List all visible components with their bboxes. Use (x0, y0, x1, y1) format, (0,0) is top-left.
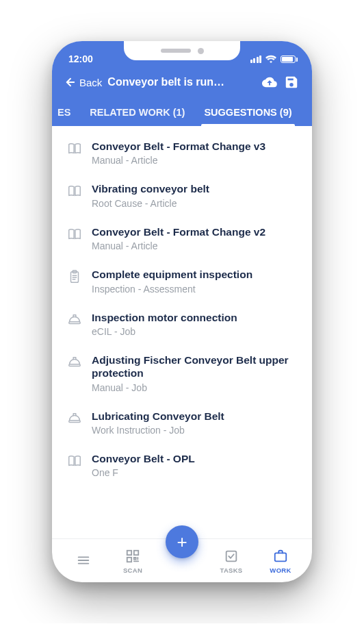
book-icon (67, 227, 82, 242)
nav-tasks-button[interactable]: TASKS (212, 549, 250, 574)
nav-tasks-label: TASKS (220, 566, 243, 574)
svg-rect-11 (127, 551, 131, 555)
battery-icon (281, 55, 296, 63)
list-item[interactable]: Conveyor Belt - OPLOne F (52, 444, 312, 486)
svg-rect-6 (69, 364, 81, 366)
book-icon (67, 141, 82, 156)
device-notch (124, 41, 240, 60)
save-icon (284, 75, 299, 90)
list-item[interactable]: Vibrating conveyor beltRoot Cause - Arti… (52, 174, 312, 216)
arrow-left-icon (64, 76, 77, 88)
svg-rect-15 (275, 553, 287, 561)
list-item-title: Lubricating Conveyor Belt (92, 410, 297, 423)
app-header: 12:00 Back Conveyor belt is run… (52, 41, 312, 126)
back-button[interactable]: Back (64, 76, 102, 88)
cloud-upload-icon (262, 75, 277, 90)
list-item-body: Conveyor Belt - Format Change v3Manual -… (92, 140, 297, 166)
toolbar: Back Conveyor belt is run… (52, 67, 312, 99)
list-item-title: Conveyor Belt - OPL (92, 452, 297, 465)
list-item-title: Adjusting Fischer Conveyor Belt upper pr… (92, 353, 297, 380)
list-item-body: Conveyor Belt - Format Change v2Manual -… (92, 225, 297, 251)
list-item-subtitle: One F (92, 467, 297, 478)
tasks-icon (224, 549, 239, 564)
list-item-subtitle: Manual - Article (92, 155, 297, 166)
back-label: Back (79, 77, 102, 88)
list-item-body: Adjusting Fischer Conveyor Belt upper pr… (92, 353, 297, 393)
list-item-title: Complete equipment inspection (92, 268, 297, 281)
list-item[interactable]: Complete equipment inspectionInspection … (52, 260, 312, 302)
helmet-icon (67, 312, 82, 327)
list-item-body: Lubricating Conveyor BeltWork Instructio… (92, 410, 297, 436)
list-item[interactable]: Conveyor Belt - Format Change v3Manual -… (52, 132, 312, 174)
svg-rect-5 (69, 321, 81, 323)
list-item-body: Conveyor Belt - OPLOne F (92, 452, 297, 478)
nav-scan-button[interactable]: SCAN (114, 549, 152, 574)
svg-rect-14 (226, 551, 237, 562)
tab-prev-partial[interactable]: ES (52, 99, 80, 126)
list-item-subtitle: Manual - Article (92, 240, 297, 251)
phone-frame: 12:00 Back Conveyor belt is run… (52, 41, 312, 582)
list-item-title: Conveyor Belt - Format Change v2 (92, 225, 297, 238)
svg-rect-12 (134, 551, 138, 555)
suggestions-list[interactable]: Conveyor Belt - Format Change v3Manual -… (52, 126, 312, 538)
svg-rect-13 (127, 558, 131, 562)
cloud-upload-button[interactable] (261, 74, 278, 90)
wifi-icon (265, 55, 276, 63)
list-item-title: Vibrating conveyor belt (92, 182, 297, 195)
clipboard-icon (67, 269, 82, 284)
menu-icon (76, 553, 91, 568)
list-item-subtitle: Work Instruction - Job (92, 425, 297, 436)
nav-menu-button[interactable] (64, 553, 103, 571)
helmet-icon (67, 411, 82, 426)
list-item-subtitle: eCIL - Job (92, 326, 297, 337)
status-icons (250, 55, 296, 63)
nav-scan-label: SCAN (123, 566, 142, 574)
tab-related-work[interactable]: RELATED WORK (1) (80, 99, 194, 126)
list-item-subtitle: Manual - Job (92, 382, 297, 393)
briefcase-icon (273, 549, 288, 564)
signal-icon (250, 55, 262, 63)
list-item-body: Vibrating conveyor beltRoot Cause - Arti… (92, 182, 297, 208)
bottom-nav: + SCAN TASKS WORK (52, 538, 312, 582)
list-item-title: Conveyor Belt - Format Change v3 (92, 140, 297, 153)
list-item-subtitle: Inspection - Assessment (92, 284, 297, 295)
nav-work-label: WORK (270, 566, 291, 574)
list-item-subtitle: Root Cause - Article (92, 198, 297, 209)
book-icon (67, 453, 82, 469)
list-item[interactable]: Lubricating Conveyor BeltWork Instructio… (52, 401, 312, 444)
list-item-title: Inspection motor connection (92, 311, 297, 324)
list-item[interactable]: Inspection motor connectioneCIL - Job (52, 303, 312, 345)
list-item[interactable]: Conveyor Belt - Format Change v2Manual -… (52, 217, 312, 260)
svg-rect-7 (69, 420, 81, 422)
tab-bar: ES RELATED WORK (1) SUGGESTIONS (9) (52, 99, 312, 126)
helmet-icon (67, 355, 82, 370)
clock: 12:00 (68, 53, 93, 64)
tab-suggestions[interactable]: SUGGESTIONS (9) (194, 99, 301, 126)
qr-scan-icon (125, 549, 140, 564)
list-item[interactable]: Adjusting Fischer Conveyor Belt upper pr… (52, 345, 312, 401)
fab-add-button[interactable]: + (166, 525, 198, 558)
plus-icon: + (177, 533, 187, 551)
book-icon (67, 184, 82, 199)
list-item-body: Complete equipment inspectionInspection … (92, 268, 297, 294)
page-title: Conveyor belt is run… (107, 76, 256, 88)
nav-work-button[interactable]: WORK (261, 549, 300, 574)
list-item-body: Inspection motor connectioneCIL - Job (92, 311, 297, 337)
save-button[interactable] (283, 74, 300, 90)
